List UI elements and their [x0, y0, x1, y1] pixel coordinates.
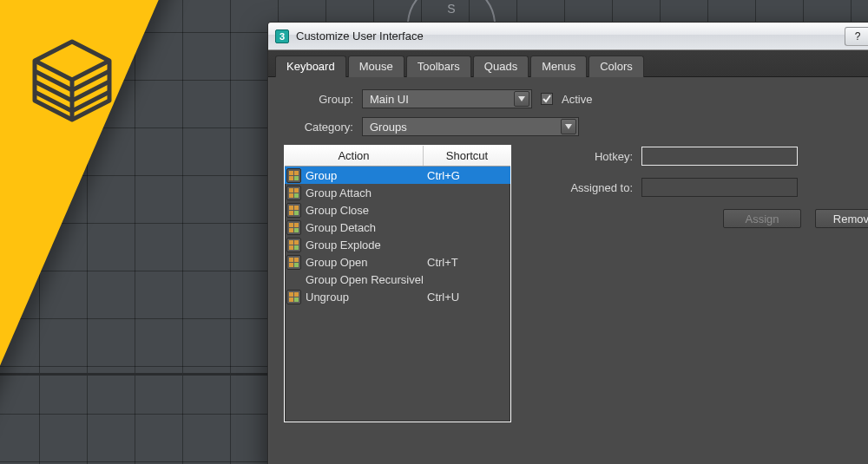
column-action[interactable]: Action: [285, 146, 424, 166]
category-select[interactable]: Groups: [362, 117, 579, 136]
shortcut-label: Ctrl+T: [424, 256, 510, 269]
svg-rect-17: [294, 223, 299, 227]
svg-marker-2: [518, 96, 525, 101]
chevron-down-icon: [561, 119, 576, 134]
svg-rect-23: [294, 245, 299, 250]
group-select-value: Main UI: [370, 93, 409, 106]
action-label: Group Close: [305, 204, 424, 217]
svg-rect-28: [289, 292, 293, 297]
list-item[interactable]: Group Attach: [285, 184, 510, 201]
tabs: KeyboardMouseToolbarsQuadsMenusColors: [268, 50, 868, 77]
group-explode-icon: [286, 238, 301, 252]
svg-rect-18: [289, 228, 293, 232]
action-label: Group Detach: [305, 221, 424, 234]
action-label: Group Open: [305, 256, 424, 269]
svg-rect-27: [294, 263, 299, 267]
svg-rect-14: [289, 211, 293, 215]
group-open-icon: [286, 255, 301, 270]
action-label: Group Open Recursively: [305, 273, 424, 286]
svg-rect-30: [289, 297, 293, 302]
svg-rect-29: [294, 292, 299, 297]
svg-rect-10: [289, 193, 293, 198]
tab-mouse[interactable]: Mouse: [348, 56, 404, 77]
svg-rect-25: [294, 258, 299, 262]
action-label: Group: [305, 169, 424, 182]
svg-rect-6: [289, 176, 293, 180]
action-label: Ungroup: [305, 291, 424, 304]
keyboard-panel: Group: Main UI Active Category: Groups: [268, 77, 868, 422]
svg-rect-19: [294, 228, 299, 232]
group-select[interactable]: Main UI: [362, 89, 532, 108]
group-detach-icon: [286, 220, 301, 235]
list-header[interactable]: Action Shortcut: [285, 146, 510, 167]
list-item[interactable]: Group Open Recursively: [285, 271, 510, 288]
svg-rect-7: [294, 176, 299, 180]
tab-colors[interactable]: Colors: [589, 56, 644, 77]
list-item[interactable]: Group OpenCtrl+T: [285, 253, 510, 271]
tab-quads[interactable]: Quads: [473, 56, 529, 77]
category-label: Category:: [284, 121, 353, 134]
window-title: Customize User Interface: [296, 29, 838, 42]
svg-marker-3: [565, 124, 572, 129]
ungroup-icon: [286, 290, 301, 304]
active-label: Active: [562, 93, 592, 106]
hotkey-label: Hotkey:: [546, 150, 633, 163]
check-icon: [542, 95, 551, 103]
svg-rect-11: [294, 193, 299, 198]
svg-rect-5: [294, 171, 299, 175]
actions-list[interactable]: Action Shortcut GroupCtrl+GGroup AttachG…: [284, 145, 511, 422]
help-button[interactable]: ?: [845, 27, 868, 46]
titlebar[interactable]: 3 Customize User Interface ?: [268, 23, 868, 50]
group-label: Group:: [284, 93, 353, 106]
category-select-value: Groups: [370, 121, 407, 134]
assigned-to-field: [641, 178, 798, 197]
svg-rect-20: [289, 240, 293, 245]
group-attach-icon: [286, 186, 301, 200]
svg-rect-16: [289, 223, 293, 227]
tab-menus[interactable]: Menus: [530, 56, 587, 77]
svg-rect-26: [289, 263, 293, 267]
assigned-to-label: Assigned to:: [546, 181, 633, 194]
list-item[interactable]: Group Close: [285, 201, 510, 219]
hotkey-input[interactable]: [641, 147, 798, 166]
svg-rect-9: [294, 188, 299, 193]
action-label: Group Explode: [305, 239, 424, 252]
svg-rect-8: [289, 188, 293, 193]
active-checkbox[interactable]: [541, 93, 553, 105]
shortcut-label: Ctrl+G: [424, 169, 510, 182]
list-item[interactable]: UngroupCtrl+U: [285, 288, 510, 305]
svg-rect-4: [289, 171, 293, 175]
remove-button[interactable]: Remove: [815, 209, 868, 228]
tab-toolbars[interactable]: Toolbars: [406, 56, 471, 77]
list-item[interactable]: Group Detach: [285, 219, 510, 236]
svg-rect-21: [294, 240, 299, 245]
column-shortcut[interactable]: Shortcut: [424, 146, 510, 166]
axis-south-label: S: [447, 2, 455, 16]
brand-logo-icon: [24, 35, 120, 139]
svg-rect-22: [289, 245, 293, 250]
app-icon: 3: [275, 29, 289, 43]
svg-rect-13: [294, 206, 299, 210]
svg-rect-12: [289, 206, 293, 210]
action-label: Group Attach: [305, 186, 424, 199]
svg-rect-24: [289, 258, 293, 262]
chevron-down-icon: [514, 91, 529, 107]
list-item[interactable]: Group Explode: [285, 236, 510, 253]
customize-ui-dialog: 3 Customize User Interface ? KeyboardMou…: [267, 22, 868, 464]
group-close-icon: [286, 203, 301, 218]
assign-button[interactable]: Assign: [723, 209, 801, 228]
shortcut-label: Ctrl+U: [424, 291, 510, 304]
list-item[interactable]: GroupCtrl+G: [285, 167, 510, 184]
svg-rect-31: [294, 297, 299, 302]
group-icon: [286, 168, 301, 183]
tab-keyboard[interactable]: Keyboard: [275, 56, 346, 77]
blank: [286, 272, 301, 287]
svg-rect-15: [294, 211, 299, 215]
